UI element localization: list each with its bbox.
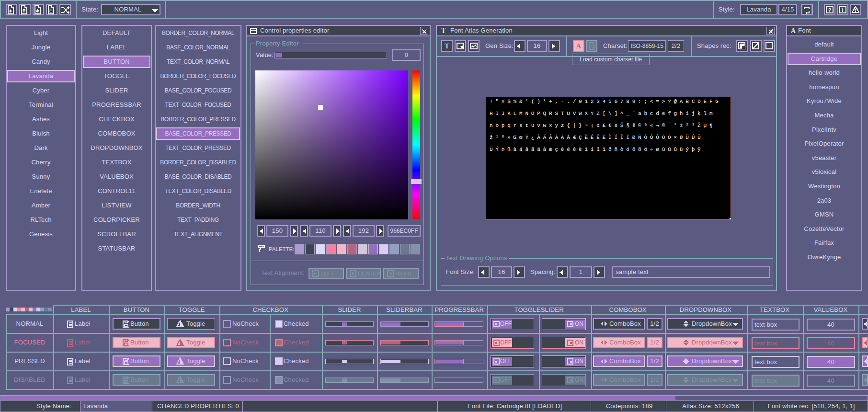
svg-text:i: i <box>842 7 843 13</box>
svg-text:E: E <box>49 9 52 14</box>
svg-text:?: ? <box>828 7 832 13</box>
svg-text:A: A <box>590 45 594 49</box>
